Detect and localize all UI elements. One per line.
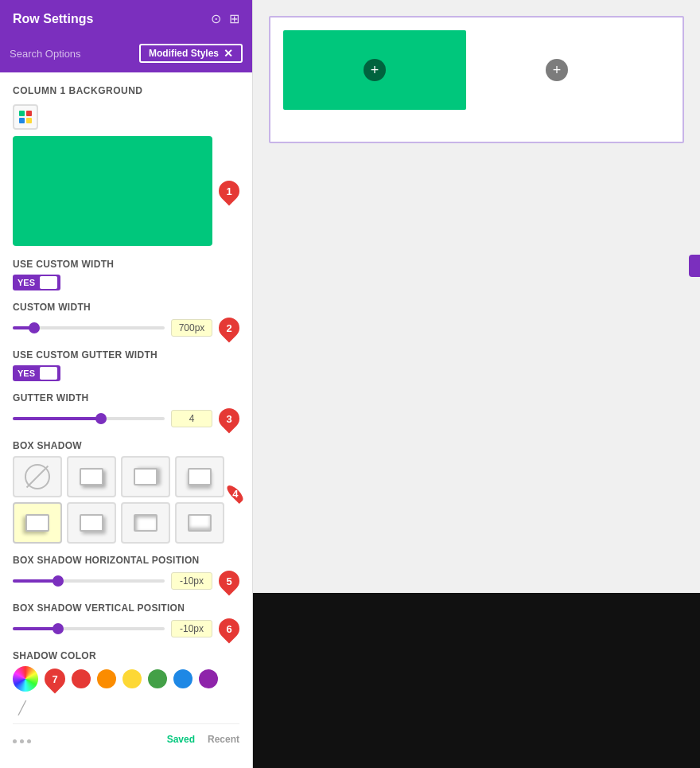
shadow-bottom[interactable] (175, 456, 224, 497)
v-position-track[interactable] (13, 627, 165, 630)
color-blue[interactable] (173, 669, 192, 688)
shadow-inner-box (134, 514, 158, 532)
custom-width-slider-row: Custom Width 700px 2 (13, 302, 239, 338)
custom-width-value[interactable]: 700px (171, 319, 212, 337)
custom-width-toggle[interactable]: YES (13, 275, 60, 290)
v-position-value-badge: -10px 6 (171, 618, 239, 639)
dot-3 (27, 739, 31, 743)
svg-rect-1 (26, 111, 32, 116)
box-shadow-label: Box Shadow (13, 440, 239, 451)
color-red[interactable] (72, 669, 91, 688)
recent-tab[interactable]: Recent (208, 734, 239, 745)
gutter-track[interactable] (13, 417, 165, 420)
h-position-label: Box Shadow Horizontal Position (13, 555, 239, 566)
close-modified-icon[interactable]: ✕ (224, 48, 233, 59)
h-position-container: -10px 5 (13, 571, 239, 591)
v-position-label: Box Shadow Vertical Position (13, 602, 239, 614)
color-swatch-large[interactable] (13, 136, 212, 246)
green-block: + (283, 30, 466, 110)
footer-tabs: Saved Recent (167, 731, 239, 748)
h-position-value-badge: -10px 5 (171, 571, 239, 591)
shadow-inset-bottom-box (188, 514, 212, 532)
svg-rect-2 (19, 118, 25, 123)
v-position-row: Box Shadow Vertical Position -10px 6 (13, 602, 239, 639)
color-wheel-picker[interactable] (13, 666, 38, 692)
annotation-3: 3 (215, 404, 244, 434)
shadow-inset-bottom[interactable] (175, 502, 224, 544)
gutter-toggle-yes: YES (16, 368, 37, 378)
saved-tab[interactable]: Saved (167, 734, 195, 745)
color-yellow[interactable] (122, 669, 142, 688)
plus-circle-right[interactable]: + (546, 59, 568, 81)
column-bg-label: Column 1 Background (13, 85, 239, 96)
annotation-4: 4 (224, 483, 245, 504)
box-shadow-grid (13, 456, 224, 544)
gutter-slider-label: Gutter Width (13, 392, 239, 403)
svg-rect-3 (26, 118, 32, 123)
modified-styles-badge[interactable]: Modified Styles ✕ (139, 44, 243, 63)
annotation-5: 5 (215, 567, 244, 596)
shadow-right[interactable] (121, 456, 170, 497)
annotation-2: 2 (215, 314, 244, 343)
color-purple[interactable] (199, 669, 218, 688)
gutter-thumb[interactable] (95, 413, 107, 424)
h-position-thumb[interactable] (52, 575, 64, 587)
shadow-all[interactable] (67, 456, 116, 497)
color-green[interactable] (148, 669, 167, 688)
h-position-row: Box Shadow Horizontal Position -10px 5 (13, 555, 239, 591)
shadow-bottom-left[interactable] (13, 502, 62, 544)
shadow-color-label: Shadow Color (13, 650, 239, 661)
footer-dots (13, 736, 31, 743)
custom-gutter-toggle-row: Use Custom Gutter Width YES (13, 349, 239, 381)
color-swatch-icon (18, 110, 33, 124)
shadow-bottom-box (188, 468, 212, 485)
width-value-with-badge: 700px 2 (171, 318, 239, 338)
custom-width-slider-label: Custom Width (13, 302, 239, 313)
shadow-bottom-left-box (25, 514, 49, 532)
toggle-thumb (40, 276, 57, 289)
bottom-black-area (253, 593, 700, 768)
color-picker-row (13, 104, 239, 130)
v-position-thumb[interactable] (52, 623, 64, 634)
sidebar-title: Row Settings (13, 12, 93, 26)
gutter-toggle-thumb (40, 367, 57, 380)
shadow-right-box (134, 468, 158, 485)
annotation-7: 7 (41, 665, 70, 694)
h-position-track[interactable] (13, 579, 165, 583)
gutter-slider-row: Gutter Width 4 3 (13, 392, 239, 429)
bg-color-with-badge: 1 (13, 136, 239, 246)
search-bar: Search Options Modified Styles ✕ (0, 37, 252, 72)
shadow-inner[interactable] (121, 502, 170, 544)
shadow-none[interactable] (13, 456, 62, 497)
target-icon[interactable]: ⊙ (211, 11, 221, 26)
shadow-bottom-right[interactable] (67, 502, 116, 544)
custom-gutter-label: Use Custom Gutter Width (13, 349, 239, 361)
picker-with-badge: 7 (13, 666, 65, 692)
footer-row: Saved Recent (13, 731, 239, 748)
custom-width-slider-container: 700px 2 (13, 318, 239, 338)
v-position-container: -10px 6 (13, 618, 239, 639)
h-position-fill (13, 579, 58, 583)
purple-handle[interactable] (689, 255, 700, 277)
color-picker-btn[interactable] (13, 104, 38, 130)
annotation-6: 6 (215, 614, 244, 644)
color-eraser[interactable]: ╱ (13, 698, 32, 717)
gutter-value[interactable]: 4 (171, 410, 212, 427)
dot-1 (13, 739, 17, 743)
plus-circle-center[interactable]: + (364, 59, 386, 81)
custom-width-thumb[interactable] (29, 322, 40, 333)
custom-width-track[interactable] (13, 326, 165, 329)
panels-icon[interactable]: ⊞ (229, 11, 239, 26)
custom-width-toggle-row: Use Custom Width YES (13, 259, 239, 290)
canvas-row: + + (283, 30, 670, 110)
h-position-value[interactable]: -10px (171, 572, 212, 590)
v-position-value[interactable]: -10px (171, 620, 212, 637)
sidebar: Row Settings ⊙ ⊞ Search Options Modified… (0, 0, 253, 768)
annotation-1: 1 (215, 177, 244, 206)
shadow-bottom-right-box (80, 514, 103, 532)
shadow-all-box (80, 468, 103, 485)
gutter-value-with-badge: 4 3 (171, 408, 239, 429)
color-orange[interactable] (97, 669, 116, 688)
box-shadow-section: 4 (13, 456, 239, 555)
custom-gutter-toggle[interactable]: YES (13, 365, 60, 381)
